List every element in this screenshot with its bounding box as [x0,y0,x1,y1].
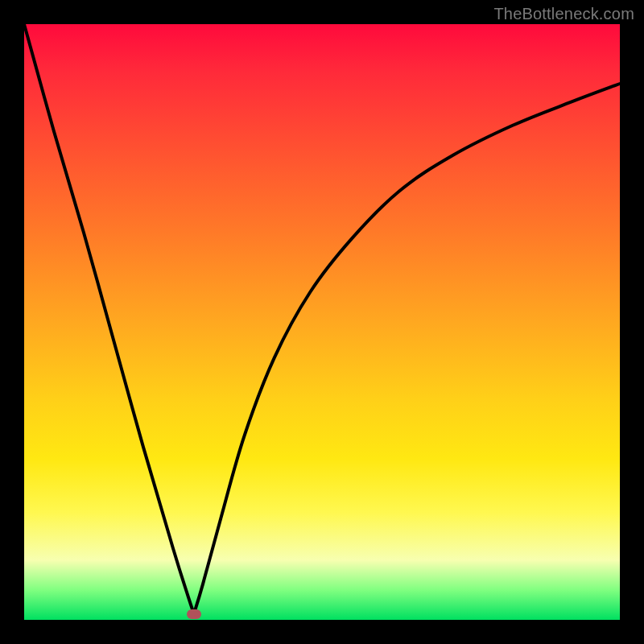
right-branch-curve [194,84,620,614]
watermark-text: TheBottleneck.com [493,5,634,23]
plot-area [24,24,620,620]
minimum-marker [187,609,201,619]
chart-frame: TheBottleneck.com [0,0,644,644]
left-branch-curve [24,24,194,614]
curve-layer [24,24,620,620]
